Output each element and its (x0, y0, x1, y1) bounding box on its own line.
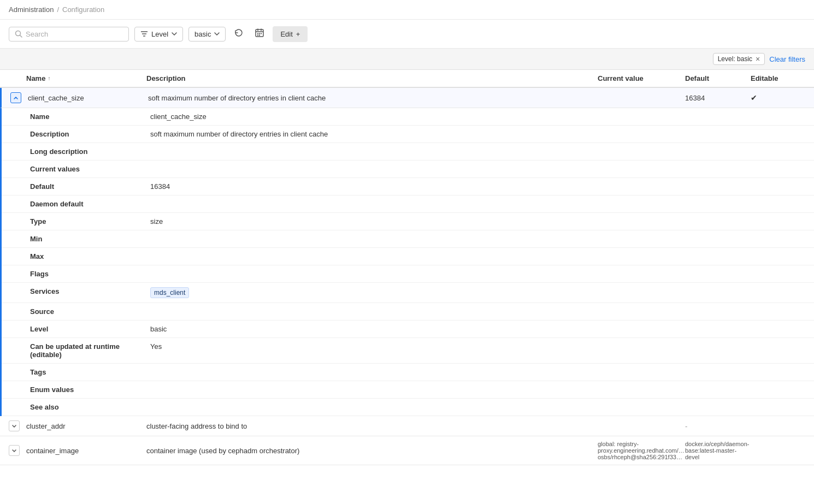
svg-rect-9 (257, 33, 258, 34)
svg-rect-10 (259, 33, 260, 34)
breadcrumb-separator: / (57, 5, 59, 14)
detail-see-also-row: See also (2, 399, 814, 416)
detail-source-row: Source (2, 303, 814, 321)
detail-max-row: Max (2, 248, 814, 265)
detail-enum-values-label: Enum values (30, 386, 150, 394)
detail-description-row: Description soft maximum number of direc… (2, 126, 814, 143)
reload-icon (234, 28, 243, 37)
table-body: client_cache_size soft maximum number of… (0, 88, 814, 465)
row-name: container_image (26, 447, 146, 455)
row-default: 16384 (685, 94, 751, 102)
breadcrumb-parent[interactable]: Administration (9, 5, 54, 14)
detail-enum-values-value (150, 386, 805, 394)
row-default: docker.io/ceph/daemon-base:latest-master… (685, 441, 751, 460)
detail-daemon-default-label: Daemon default (30, 200, 150, 208)
svg-rect-13 (259, 35, 260, 36)
detail-panel: Name client_cache_size Description soft … (0, 108, 814, 416)
filter-tag-close[interactable]: × (756, 55, 760, 63)
edit-button[interactable]: Edit + (273, 26, 308, 42)
chevron-down-icon-2 (214, 32, 220, 35)
sort-icon: ↑ (48, 75, 50, 81)
col-current-value-header: Current value (598, 74, 685, 82)
breadcrumb-current: Configuration (62, 5, 104, 14)
services-badge: mds_client (150, 287, 189, 298)
row-editable: ✔ (751, 93, 805, 102)
table-row[interactable]: cluster_addr cluster-facing address to b… (0, 416, 814, 436)
search-input[interactable] (26, 30, 113, 38)
row-description: container image (used by cephadm orchest… (146, 447, 598, 455)
detail-level-label: Level (30, 325, 150, 333)
svg-rect-11 (261, 33, 262, 34)
filter-icon (140, 31, 148, 37)
filter-bar: Level: basic × Clear filters (0, 49, 814, 70)
detail-services-label: Services (30, 287, 150, 298)
toggle-cell[interactable] (9, 445, 26, 456)
detail-source-label: Source (30, 307, 150, 316)
calendar-button[interactable] (252, 25, 267, 43)
row-default-dash: - (685, 422, 687, 430)
detail-description-value: soft maximum number of directory entries… (150, 130, 805, 138)
chevron-down-icon (172, 32, 177, 35)
detail-editable-row: Can be updated at runtime (editable) Yes (2, 338, 814, 364)
table-row[interactable]: container_image container image (used by… (0, 436, 814, 465)
row-default: - (685, 422, 751, 430)
calendar-icon (255, 28, 264, 37)
detail-services-value: mds_client (150, 287, 805, 298)
detail-type-row: Type size (2, 213, 814, 230)
detail-daemon-default-row: Daemon default (2, 195, 814, 213)
detail-see-also-label: See also (30, 403, 150, 411)
search-box[interactable] (9, 27, 129, 41)
detail-description-label: Description (30, 130, 150, 138)
detail-min-row: Min (2, 230, 814, 248)
basic-filter[interactable]: basic (188, 27, 226, 41)
col-editable-header: Editable (751, 74, 805, 82)
expand-toggle[interactable] (9, 420, 20, 431)
detail-editable-label: Can be updated at runtime (editable) (30, 342, 150, 359)
expand-toggle[interactable] (10, 92, 21, 103)
row-name: client_cache_size (28, 94, 148, 102)
detail-max-label: Max (30, 252, 150, 260)
breadcrumb: Administration / Configuration (0, 0, 814, 20)
detail-long-description-row: Long description (2, 143, 814, 161)
detail-type-label: Type (30, 217, 150, 226)
basic-filter-value: basic (194, 30, 211, 38)
detail-name-row: Name client_cache_size (2, 108, 814, 126)
row-description: soft maximum number of directory entries… (148, 94, 598, 102)
detail-name-value: client_cache_size (150, 112, 805, 121)
detail-min-label: Min (30, 235, 150, 243)
expand-toggle[interactable] (9, 445, 20, 456)
detail-long-description-label: Long description (30, 147, 150, 156)
svg-rect-12 (257, 35, 258, 36)
row-name: cluster_addr (26, 422, 146, 430)
detail-type-value: size (150, 217, 805, 226)
reload-button[interactable] (231, 25, 246, 43)
detail-tags-row: Tags (2, 364, 814, 381)
detail-flags-row: Flags (2, 265, 814, 283)
active-filter-tag: Level: basic × (713, 53, 765, 65)
detail-default-row: Default 16384 (2, 178, 814, 195)
detail-flags-value (150, 270, 805, 278)
detail-default-label: Default (30, 182, 150, 191)
detail-name-label: Name (30, 112, 150, 121)
table-row[interactable]: client_cache_size soft maximum number of… (0, 88, 814, 108)
col-description-header: Description (146, 74, 598, 82)
add-icon: + (296, 30, 300, 38)
level-filter[interactable]: Level (134, 27, 183, 41)
detail-max-value (150, 252, 805, 260)
toolbar: Level basic Edit + (0, 20, 814, 49)
level-label: Level (151, 30, 168, 38)
detail-level-row: Level basic (2, 321, 814, 338)
editable-checkmark: ✔ (751, 93, 757, 102)
detail-tags-label: Tags (30, 368, 150, 376)
detail-current-values-row: Current values (2, 161, 814, 178)
clear-filters-button[interactable]: Clear filters (769, 55, 805, 63)
table-header: Name ↑ Description Current value Default… (0, 70, 814, 88)
row-description: cluster-facing address to bind to (146, 422, 598, 430)
toggle-cell[interactable] (10, 92, 28, 103)
detail-default-value: 16384 (150, 182, 805, 191)
detail-daemon-default-value (150, 200, 805, 208)
col-name-header[interactable]: Name ↑ (26, 74, 146, 82)
detail-current-values-value (150, 165, 805, 173)
toggle-cell[interactable] (9, 420, 26, 431)
detail-services-row: Services mds_client (2, 283, 814, 303)
